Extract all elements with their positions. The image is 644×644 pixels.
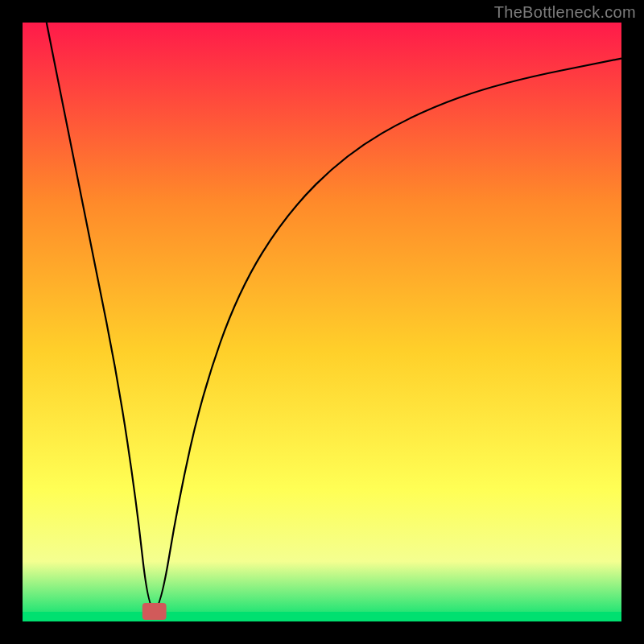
watermark-text: TheBottleneck.com (494, 3, 636, 22)
minimum-marker (142, 603, 167, 620)
chart-svg (23, 23, 621, 621)
bottom-green-strip (23, 612, 621, 621)
chart-frame (23, 23, 621, 621)
plot-background (23, 23, 621, 621)
